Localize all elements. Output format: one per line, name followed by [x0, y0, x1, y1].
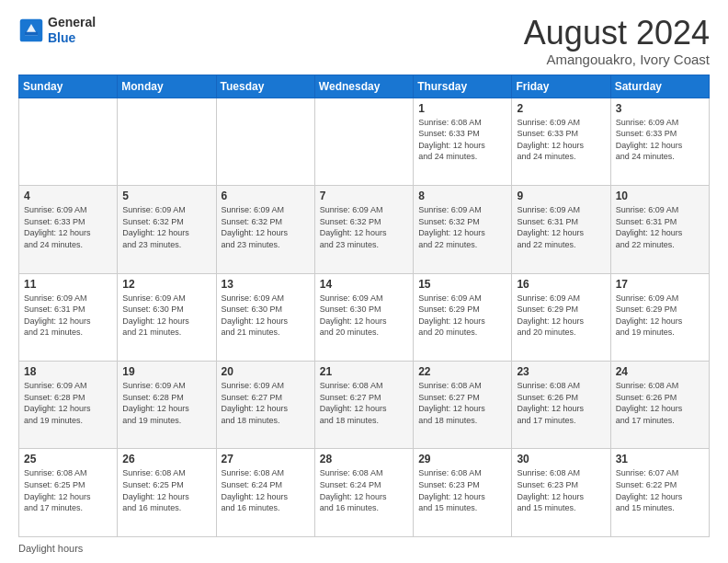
day-number: 27 [222, 453, 310, 465]
day-info: Sunrise: 6:08 AM Sunset: 6:23 PM Dayligh… [517, 467, 605, 513]
calendar-cell [118, 98, 216, 185]
calendar-cell: 18Sunrise: 6:09 AM Sunset: 6:28 PM Dayli… [19, 362, 118, 449]
calendar-cell: 19Sunrise: 6:09 AM Sunset: 6:28 PM Dayli… [118, 362, 216, 449]
day-info: Sunrise: 6:09 AM Sunset: 6:32 PM Dayligh… [122, 204, 210, 250]
calendar-cell: 26Sunrise: 6:08 AM Sunset: 6:25 PM Dayli… [118, 449, 216, 537]
calendar-cell [216, 98, 314, 185]
logo-icon [18, 17, 44, 43]
calendar-cell: 6Sunrise: 6:09 AM Sunset: 6:32 PM Daylig… [216, 186, 314, 273]
day-info: Sunrise: 6:09 AM Sunset: 6:28 PM Dayligh… [24, 380, 112, 426]
day-info: Sunrise: 6:09 AM Sunset: 6:31 PM Dayligh… [24, 293, 112, 339]
day-info: Sunrise: 6:09 AM Sunset: 6:31 PM Dayligh… [517, 204, 605, 250]
calendar-cell: 7Sunrise: 6:09 AM Sunset: 6:32 PM Daylig… [314, 186, 413, 273]
col-header-monday: Monday [118, 75, 216, 98]
calendar-cell: 11Sunrise: 6:09 AM Sunset: 6:31 PM Dayli… [19, 273, 118, 361]
logo-text: General Blue [48, 15, 96, 46]
calendar-table: SundayMondayTuesdayWednesdayThursdayFrid… [18, 75, 710, 537]
day-info: Sunrise: 6:09 AM Sunset: 6:30 PM Dayligh… [122, 293, 210, 339]
logo-blue: Blue [48, 30, 96, 46]
day-number: 12 [122, 278, 210, 291]
day-info: Sunrise: 6:09 AM Sunset: 6:32 PM Dayligh… [222, 204, 310, 250]
day-number: 17 [616, 278, 704, 291]
calendar-cell: 4Sunrise: 6:09 AM Sunset: 6:33 PM Daylig… [19, 186, 118, 273]
day-number: 11 [24, 278, 112, 291]
page-subtitle: Amangouakro, Ivory Coast [524, 52, 710, 67]
day-number: 13 [222, 278, 310, 291]
day-info: Sunrise: 6:08 AM Sunset: 6:23 PM Dayligh… [418, 467, 506, 513]
calendar-cell: 16Sunrise: 6:09 AM Sunset: 6:29 PM Dayli… [512, 273, 610, 361]
day-info: Sunrise: 6:09 AM Sunset: 6:29 PM Dayligh… [418, 293, 506, 339]
logo: General Blue [18, 15, 96, 46]
calendar-cell: 17Sunrise: 6:09 AM Sunset: 6:29 PM Dayli… [610, 273, 709, 361]
day-number: 14 [320, 278, 408, 291]
calendar-cell: 15Sunrise: 6:09 AM Sunset: 6:29 PM Dayli… [414, 273, 512, 361]
day-info: Sunrise: 6:09 AM Sunset: 6:31 PM Dayligh… [616, 204, 704, 250]
col-header-friday: Friday [512, 75, 610, 98]
day-number: 16 [517, 278, 605, 291]
day-info: Sunrise: 6:07 AM Sunset: 6:22 PM Dayligh… [616, 467, 704, 513]
day-info: Sunrise: 6:08 AM Sunset: 6:26 PM Dayligh… [616, 380, 704, 426]
calendar-cell: 9Sunrise: 6:09 AM Sunset: 6:31 PM Daylig… [512, 186, 610, 273]
day-number: 21 [320, 365, 408, 378]
day-number: 8 [418, 190, 506, 202]
title-section: August 2024 Amangouakro, Ivory Coast [524, 15, 710, 67]
day-number: 22 [418, 365, 506, 378]
calendar-cell: 24Sunrise: 6:08 AM Sunset: 6:26 PM Dayli… [610, 362, 709, 449]
day-number: 4 [24, 190, 112, 202]
col-header-sunday: Sunday [19, 75, 118, 98]
day-number: 20 [222, 365, 310, 378]
day-number: 2 [517, 102, 605, 115]
day-info: Sunrise: 6:09 AM Sunset: 6:30 PM Dayligh… [320, 293, 408, 339]
calendar-cell: 22Sunrise: 6:08 AM Sunset: 6:27 PM Dayli… [414, 362, 512, 449]
day-number: 19 [122, 365, 210, 378]
calendar-cell: 13Sunrise: 6:09 AM Sunset: 6:30 PM Dayli… [216, 273, 314, 361]
day-number: 15 [418, 278, 506, 291]
day-number: 6 [222, 190, 310, 202]
col-header-wednesday: Wednesday [314, 75, 413, 98]
day-number: 18 [24, 365, 112, 378]
day-info: Sunrise: 6:09 AM Sunset: 6:27 PM Dayligh… [222, 380, 310, 426]
calendar-cell: 28Sunrise: 6:08 AM Sunset: 6:24 PM Dayli… [314, 449, 413, 537]
calendar-cell [19, 98, 118, 185]
day-number: 30 [517, 453, 605, 465]
day-info: Sunrise: 6:09 AM Sunset: 6:33 PM Dayligh… [24, 204, 112, 250]
day-info: Sunrise: 6:08 AM Sunset: 6:33 PM Dayligh… [418, 117, 506, 163]
calendar-cell: 5Sunrise: 6:09 AM Sunset: 6:32 PM Daylig… [118, 186, 216, 273]
day-info: Sunrise: 6:08 AM Sunset: 6:27 PM Dayligh… [320, 380, 408, 426]
day-info: Sunrise: 6:09 AM Sunset: 6:29 PM Dayligh… [616, 293, 704, 339]
day-number: 25 [24, 453, 112, 465]
calendar-cell: 31Sunrise: 6:07 AM Sunset: 6:22 PM Dayli… [610, 449, 709, 537]
calendar-cell: 2Sunrise: 6:09 AM Sunset: 6:33 PM Daylig… [512, 98, 610, 185]
calendar-cell: 12Sunrise: 6:09 AM Sunset: 6:30 PM Dayli… [118, 273, 216, 361]
day-info: Sunrise: 6:08 AM Sunset: 6:25 PM Dayligh… [24, 467, 112, 513]
calendar-cell: 23Sunrise: 6:08 AM Sunset: 6:26 PM Dayli… [512, 362, 610, 449]
calendar-cell: 21Sunrise: 6:08 AM Sunset: 6:27 PM Dayli… [314, 362, 413, 449]
logo-general: General [48, 15, 96, 30]
col-header-saturday: Saturday [610, 75, 709, 98]
calendar-cell: 27Sunrise: 6:08 AM Sunset: 6:24 PM Dayli… [216, 449, 314, 537]
calendar-cell: 10Sunrise: 6:09 AM Sunset: 6:31 PM Dayli… [610, 186, 709, 273]
calendar-cell: 29Sunrise: 6:08 AM Sunset: 6:23 PM Dayli… [414, 449, 512, 537]
day-number: 10 [616, 190, 704, 202]
day-info: Sunrise: 6:09 AM Sunset: 6:32 PM Dayligh… [320, 204, 408, 250]
day-info: Sunrise: 6:08 AM Sunset: 6:24 PM Dayligh… [222, 467, 310, 513]
col-header-thursday: Thursday [414, 75, 512, 98]
day-info: Sunrise: 6:09 AM Sunset: 6:32 PM Dayligh… [418, 204, 506, 250]
day-number: 7 [320, 190, 408, 202]
day-number: 9 [517, 190, 605, 202]
col-header-tuesday: Tuesday [216, 75, 314, 98]
day-info: Sunrise: 6:09 AM Sunset: 6:28 PM Dayligh… [122, 380, 210, 426]
day-info: Sunrise: 6:08 AM Sunset: 6:25 PM Dayligh… [122, 467, 210, 513]
day-number: 3 [616, 102, 704, 115]
footer-daylight: Daylight hours [18, 543, 710, 554]
page-title: August 2024 [524, 15, 710, 52]
day-number: 28 [320, 453, 408, 465]
day-info: Sunrise: 6:09 AM Sunset: 6:29 PM Dayligh… [517, 293, 605, 339]
day-info: Sunrise: 6:09 AM Sunset: 6:33 PM Dayligh… [517, 117, 605, 163]
day-number: 23 [517, 365, 605, 378]
calendar-cell: 30Sunrise: 6:08 AM Sunset: 6:23 PM Dayli… [512, 449, 610, 537]
svg-rect-2 [25, 32, 38, 36]
calendar-cell: 20Sunrise: 6:09 AM Sunset: 6:27 PM Dayli… [216, 362, 314, 449]
calendar-cell: 14Sunrise: 6:09 AM Sunset: 6:30 PM Dayli… [314, 273, 413, 361]
day-info: Sunrise: 6:08 AM Sunset: 6:26 PM Dayligh… [517, 380, 605, 426]
